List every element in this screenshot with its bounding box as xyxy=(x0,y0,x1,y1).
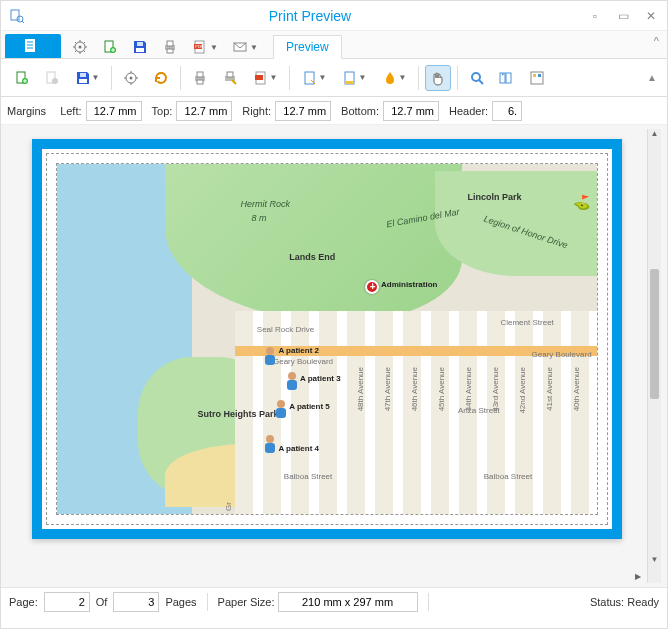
paper-size-label: Paper Size: xyxy=(218,596,275,608)
svg-rect-41 xyxy=(533,74,536,77)
toolbar-expand-icon[interactable]: ▲ xyxy=(643,72,661,83)
street-balboa: Balboa Street xyxy=(284,472,332,481)
options-button[interactable] xyxy=(118,65,144,91)
page-setup-button[interactable]: ▼ xyxy=(296,65,332,91)
street-av41: 41st Avenue xyxy=(545,367,554,411)
street-clement: Clement Street xyxy=(500,318,553,327)
street-av48: 48th Avenue xyxy=(356,367,365,411)
status-value: Ready xyxy=(627,596,659,608)
options-qat-icon[interactable] xyxy=(67,36,93,58)
svg-rect-46 xyxy=(287,380,297,390)
svg-line-36 xyxy=(479,80,483,84)
svg-rect-0 xyxy=(11,10,19,20)
send-qat-icon[interactable]: ▼ xyxy=(227,36,263,58)
street-geary-2: Geary Boulevard xyxy=(532,350,592,359)
minimize-window-icon[interactable]: ▭ xyxy=(615,9,631,23)
svg-rect-42 xyxy=(538,74,541,77)
marker-patient-4-label: A patient 4 xyxy=(278,444,319,453)
svg-rect-31 xyxy=(255,75,263,80)
svg-rect-21 xyxy=(79,79,87,83)
map-place-lincoln: Lincoln Park xyxy=(467,192,521,202)
street-seal-rock: Seal Rock Drive xyxy=(257,325,314,334)
hscroll-right-icon[interactable]: ▶ xyxy=(635,572,641,581)
map-place-lands-end: Lands End xyxy=(289,252,335,262)
margin-bottom-input[interactable] xyxy=(383,101,439,121)
preview-tab[interactable]: Preview xyxy=(273,35,342,59)
vertical-scrollbar[interactable]: ▲ ▼ xyxy=(647,129,661,583)
street-av44: 44th Avenue xyxy=(464,367,473,411)
ribbon-tab-strip: PDF▼ ▼ Preview ^ xyxy=(1,31,667,59)
svg-point-43 xyxy=(266,347,274,355)
page-layout-button[interactable] xyxy=(524,65,550,91)
restore-down-icon[interactable]: ▫ xyxy=(587,9,603,23)
marker-patient-3-label: A patient 3 xyxy=(300,374,341,383)
street-balboa-2: Balboa Street xyxy=(484,472,532,481)
new-doc-button[interactable] xyxy=(9,65,35,91)
margin-bottom-label: Bottom: xyxy=(341,105,379,117)
margin-top-input[interactable] xyxy=(176,101,232,121)
street-av45: 45th Avenue xyxy=(437,367,446,411)
paper-size-input[interactable] xyxy=(278,592,418,612)
marker-admin-label: Administration xyxy=(381,280,437,289)
new-doc-qat-icon[interactable] xyxy=(97,36,123,58)
svg-rect-38 xyxy=(506,73,511,83)
margins-bar: Margins Left: Top: Right: Bottom: Header… xyxy=(1,97,667,125)
export-pdf-qat-icon[interactable]: PDF▼ xyxy=(187,36,223,58)
map-place-sutro: Sutro Heights Park xyxy=(197,409,257,419)
export-pdf-button[interactable]: ▼ xyxy=(247,65,283,91)
svg-point-5 xyxy=(79,46,82,49)
many-pages-button[interactable]: ▶ xyxy=(494,65,520,91)
street-gr: Gr xyxy=(224,502,233,511)
margin-left-input[interactable] xyxy=(86,101,142,121)
margin-right-label: Right: xyxy=(242,105,271,117)
zoom-button[interactable] xyxy=(464,65,490,91)
file-tab[interactable] xyxy=(5,34,61,58)
svg-point-35 xyxy=(472,73,480,81)
marker-patient-2-icon xyxy=(262,346,278,366)
page-total-input[interactable] xyxy=(113,592,159,612)
golf-icon: ⛳ xyxy=(573,194,587,212)
margin-header-input[interactable] xyxy=(492,101,522,121)
svg-rect-11 xyxy=(167,41,173,46)
marker-patient-4-icon xyxy=(262,434,278,454)
svg-line-2 xyxy=(22,21,24,23)
print-button[interactable] xyxy=(187,65,213,91)
svg-point-45 xyxy=(288,372,296,380)
save-qat-icon[interactable] xyxy=(127,36,153,58)
scroll-down-icon[interactable]: ▼ xyxy=(648,555,661,569)
svg-rect-40 xyxy=(531,72,543,84)
svg-rect-44 xyxy=(265,355,275,365)
svg-text:PDF: PDF xyxy=(195,44,204,49)
svg-rect-8 xyxy=(136,48,144,52)
marker-patient-5-label: A patient 5 xyxy=(289,402,330,411)
open-doc-button xyxy=(39,65,65,91)
margin-header-label: Header: xyxy=(449,105,488,117)
page-current-input[interactable] xyxy=(44,592,90,612)
preview-area: Hermit Rock 8 m Lands End Lincoln Park S… xyxy=(1,125,667,587)
svg-rect-26 xyxy=(197,72,203,77)
margin-top-label: Top: xyxy=(152,105,173,117)
quick-print-qat-icon[interactable] xyxy=(157,36,183,58)
margin-left-label: Left: xyxy=(60,105,81,117)
pages-label: Pages xyxy=(165,596,196,608)
status-label: Status: xyxy=(590,596,624,608)
scroll-thumb[interactable] xyxy=(650,269,659,399)
scroll-up-icon[interactable]: ▲ xyxy=(648,129,661,143)
preview-viewport[interactable]: Hermit Rock 8 m Lands End Lincoln Park S… xyxy=(7,129,647,583)
page-color-button[interactable]: ▼ xyxy=(336,65,372,91)
street-av42: 42nd Avenue xyxy=(518,367,527,414)
svg-point-20 xyxy=(52,78,58,84)
refresh-button[interactable] xyxy=(148,65,174,91)
ribbon-collapse-icon[interactable]: ^ xyxy=(654,35,659,47)
hand-tool-button[interactable] xyxy=(425,65,451,91)
toolbar: ▼ ▼ ▼ ▼ ▼ ▶ ▲ xyxy=(1,59,667,97)
watermark-button[interactable]: ▼ xyxy=(376,65,412,91)
marker-admin-icon xyxy=(365,280,379,294)
close-window-icon[interactable]: ✕ xyxy=(643,9,659,23)
svg-rect-50 xyxy=(265,443,275,453)
svg-rect-48 xyxy=(276,408,286,418)
quick-print-button[interactable] xyxy=(217,65,243,91)
title-bar: Print Preview ▫ ▭ ✕ xyxy=(1,1,667,31)
margin-right-input[interactable] xyxy=(275,101,331,121)
save-button[interactable]: ▼ xyxy=(69,65,105,91)
